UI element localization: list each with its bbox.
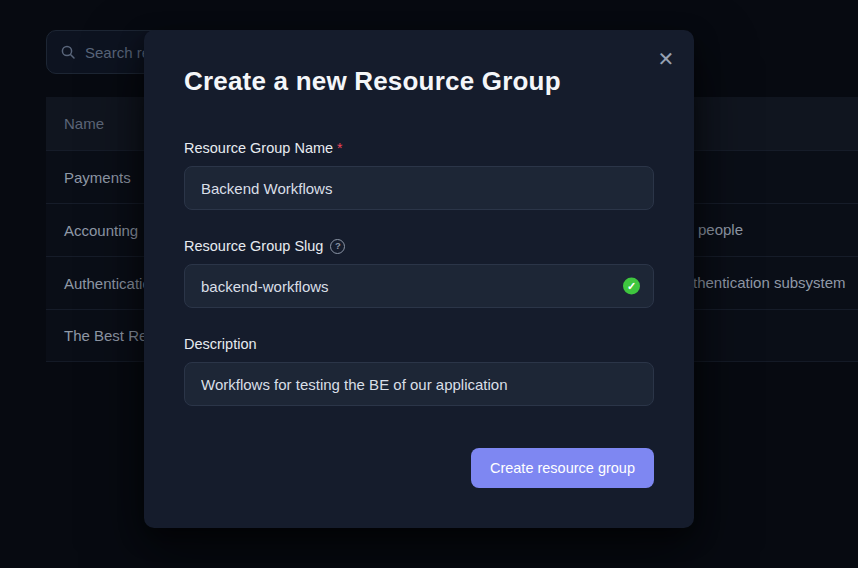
slug-field-label: Resource Group Slug ? bbox=[184, 236, 654, 256]
row-name-label: Accounting bbox=[64, 222, 138, 239]
row-name-label: Payments bbox=[64, 169, 131, 186]
modal-title: Create a new Resource Group bbox=[184, 64, 654, 98]
description-field-label: Description bbox=[184, 334, 654, 354]
create-resource-group-button[interactable]: Create resource group bbox=[471, 448, 654, 488]
valid-check-icon: ✓ bbox=[623, 278, 640, 295]
search-icon bbox=[60, 44, 76, 60]
name-input[interactable] bbox=[184, 166, 654, 210]
column-header-name: Name bbox=[64, 115, 104, 132]
create-resource-group-modal: ✕ Create a new Resource Group Resource G… bbox=[144, 30, 694, 528]
row-name-label: The Best Res bbox=[64, 327, 155, 344]
row-name-label: Authenticatio bbox=[64, 275, 151, 292]
slug-input[interactable] bbox=[184, 264, 654, 308]
required-asterisk: * bbox=[337, 138, 342, 158]
close-icon: ✕ bbox=[658, 49, 675, 69]
table-cell-fragment: thentication subsystem bbox=[693, 273, 846, 293]
name-field-label: Resource Group Name * bbox=[184, 138, 654, 158]
help-icon[interactable]: ? bbox=[330, 239, 345, 254]
close-button[interactable]: ✕ bbox=[653, 46, 679, 72]
table-cell-fragment: people bbox=[698, 220, 743, 240]
description-input[interactable] bbox=[184, 362, 654, 406]
